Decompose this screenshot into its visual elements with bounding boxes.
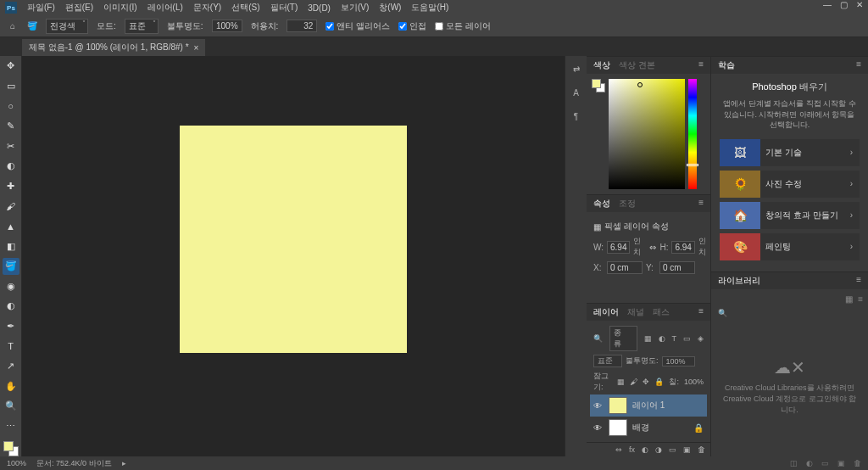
heal-tool[interactable]: ✚ (3, 178, 19, 195)
minimize-icon[interactable]: — (823, 0, 832, 9)
lasso-tool[interactable]: ○ (3, 98, 19, 115)
group-icon[interactable]: ▭ (669, 445, 676, 454)
quick-select-tool[interactable]: ✎ (3, 118, 19, 135)
link-layers-icon[interactable]: ⇔ (615, 445, 622, 454)
tab-layers[interactable]: 레이어 (593, 306, 619, 318)
tab-libraries[interactable]: 라이브러리 (718, 275, 760, 287)
move-tool[interactable]: ✥ (3, 58, 19, 75)
filter-smart-icon[interactable]: ◈ (698, 334, 704, 343)
menu-image[interactable]: 이미지(I) (103, 2, 136, 14)
status-arrow-icon[interactable]: ▸ (122, 459, 126, 467)
tab-channels[interactable]: 채널 (627, 306, 644, 318)
filter-adjust-icon[interactable]: ◐ (659, 334, 665, 343)
filter-shape-icon[interactable]: ▭ (683, 334, 691, 343)
panel-menu-icon[interactable]: ≡ (698, 306, 704, 318)
blend-dropdown[interactable]: 표준 (593, 355, 622, 367)
list-view-icon[interactable]: ≡ (858, 294, 863, 304)
trash-icon[interactable]: 🗑 (698, 445, 705, 454)
all-layers-checkbox[interactable]: 모든 레이어 (435, 20, 491, 32)
panel-menu-icon[interactable]: ≡ (856, 59, 861, 71)
search-icon[interactable]: 🔍 (718, 309, 727, 317)
tolerance-input[interactable]: 32 (287, 20, 317, 32)
menu-edit[interactable]: 편집(E) (65, 2, 93, 14)
filter-type-icon[interactable]: T (672, 334, 677, 343)
fx-icon[interactable]: fx (629, 445, 635, 454)
layer-thumb[interactable] (609, 419, 627, 436)
lock-brush-icon[interactable]: 🖌 (630, 378, 637, 386)
tab-properties[interactable]: 속성 (593, 198, 610, 210)
tab-learn[interactable]: 학습 (718, 59, 735, 71)
learn-card-basics[interactable]: 🖼 기본 기술 › (720, 139, 860, 166)
opacity-input[interactable]: 100% (212, 20, 242, 32)
footer-icon[interactable]: ▣ (837, 459, 845, 467)
home-icon[interactable]: ⌂ (7, 20, 19, 32)
tab-paths[interactable]: 패스 (653, 306, 670, 318)
menu-window[interactable]: 창(W) (379, 2, 401, 14)
tab-close-icon[interactable]: × (194, 43, 199, 53)
eraser-tool[interactable]: ◧ (3, 238, 19, 255)
mini-swatch[interactable] (592, 79, 605, 92)
color-cursor-icon[interactable] (637, 82, 643, 87)
new-layer-icon[interactable]: ▣ (683, 445, 691, 454)
canvas-area[interactable] (22, 56, 565, 456)
fill-input[interactable]: 100% (684, 378, 704, 386)
filter-pixel-icon[interactable]: ▦ (644, 334, 652, 343)
hue-cursor-icon[interactable] (687, 164, 698, 166)
panel-menu-icon[interactable]: ≡ (698, 198, 704, 210)
more-tools[interactable]: ⋯ (3, 418, 19, 435)
lock-all-icon[interactable]: 🔒 (654, 378, 664, 386)
mask-icon[interactable]: ◐ (642, 445, 648, 454)
layer-thumb[interactable] (609, 397, 627, 414)
menu-layer[interactable]: 레이어(L) (147, 2, 183, 14)
footer-icon[interactable]: ▭ (821, 459, 829, 467)
layer-item[interactable]: 👁 배경 🔒 (590, 417, 707, 439)
fill-source-dropdown[interactable]: 전경색 (46, 19, 88, 34)
tab-adjustments[interactable]: 조정 (619, 198, 636, 210)
paragraph-icon[interactable]: ¶ (569, 109, 584, 124)
blur-tool[interactable]: ◉ (3, 278, 19, 295)
eyedropper-tool[interactable]: ◐ (3, 158, 19, 175)
menu-type[interactable]: 문자(Y) (193, 2, 221, 14)
document-tab[interactable]: 제목 없음-1 @ 100% (레이어 1, RGB/8#) * × (22, 39, 205, 56)
footer-icon[interactable]: ◫ (790, 459, 798, 467)
zoom-tool[interactable]: 🔍 (3, 398, 19, 415)
tab-swatches[interactable]: 색상 견본 (619, 59, 655, 71)
lock-move-icon[interactable]: ✥ (643, 378, 649, 386)
bucket-tool[interactable]: 🪣 (3, 258, 19, 275)
type-panel-icon[interactable]: A (569, 85, 584, 100)
pen-tool[interactable]: ✒ (3, 318, 19, 335)
grid-view-icon[interactable]: ▦ (845, 294, 853, 304)
menu-file[interactable]: 파일(F) (27, 2, 55, 14)
y-input[interactable]: 0 cm (659, 261, 695, 274)
visibility-icon[interactable]: 👁 (593, 423, 604, 433)
kind-dropdown[interactable]: 종류 (609, 326, 637, 351)
marquee-tool[interactable]: ▭ (3, 78, 19, 95)
artboard[interactable] (180, 126, 407, 353)
menu-3d[interactable]: 3D(D) (308, 3, 331, 13)
panel-menu-icon[interactable]: ≡ (698, 59, 704, 71)
menu-view[interactable]: 보기(V) (341, 2, 369, 14)
filter-icon[interactable]: 🔍 (593, 334, 603, 343)
layer-name[interactable]: 배경 (632, 422, 649, 434)
layer-name[interactable]: 레이어 1 (632, 400, 665, 411)
x-input[interactable]: 0 cm (607, 261, 643, 274)
adjustment-icon[interactable]: ◑ (655, 445, 662, 454)
dodge-tool[interactable]: ◐ (3, 298, 19, 315)
learn-card-painting[interactable]: 🎨 페인팅 › (720, 233, 860, 260)
stamp-tool[interactable]: ▲ (3, 218, 19, 235)
color-swatch[interactable] (3, 441, 19, 456)
antialias-checkbox[interactable]: 앤티 앨리어스 (326, 20, 390, 32)
doc-info[interactable]: 문서: 752.4K/0 바이트 (36, 458, 112, 469)
menu-help[interactable]: 도움말(H) (411, 2, 448, 14)
w-input[interactable]: 6.94 (607, 241, 630, 254)
layer-opacity-input[interactable]: 100% (662, 356, 695, 366)
tab-color[interactable]: 색상 (593, 59, 610, 71)
bucket-icon[interactable]: 🪣 (27, 21, 37, 31)
mode-dropdown[interactable]: 표준 (125, 19, 159, 34)
brush-tool[interactable]: 🖌 (3, 198, 19, 215)
h-input[interactable]: 6.94 (671, 241, 694, 254)
lock-pixels-icon[interactable]: ▦ (617, 378, 625, 386)
menu-filter[interactable]: 필터(T) (270, 2, 298, 14)
layer-item[interactable]: 👁 레이어 1 (590, 394, 707, 417)
lock-icon[interactable]: 🔒 (693, 423, 704, 433)
